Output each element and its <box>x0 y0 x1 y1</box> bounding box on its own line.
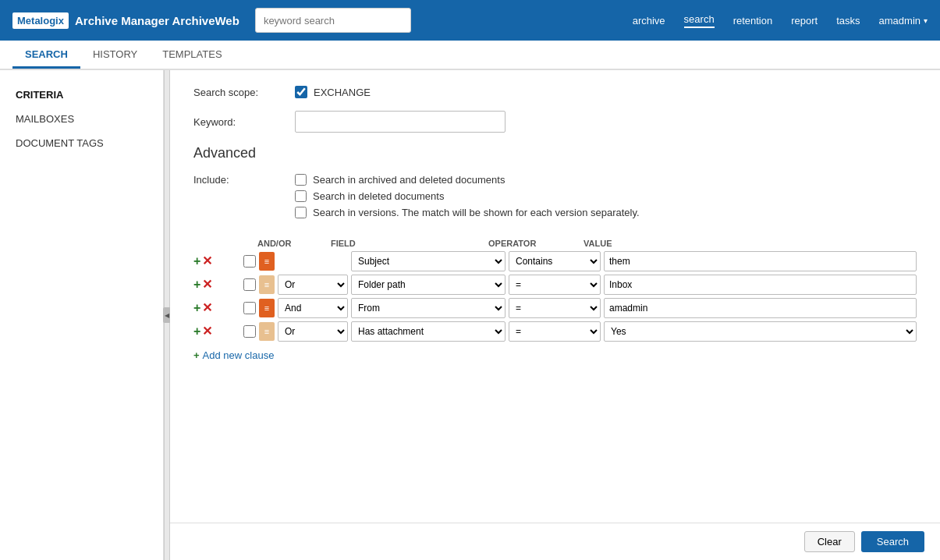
sidebar: CRITERIA MAILBOXES DOCUMENT TAGS <box>0 70 164 560</box>
include-archived-deleted-label: Search in archived and deleted documents <box>313 174 505 186</box>
clause-3-field-select[interactable]: From Subject Folder path Has attachment <box>351 298 505 318</box>
clause-4-operator-select[interactable]: = != <box>509 321 601 342</box>
clause-row-3: + ✕ ≡ And Or From Subject Folder path Ha… <box>193 298 917 318</box>
sidebar-item-document-tags[interactable]: DOCUMENT TAGS <box>0 131 163 155</box>
tab-search[interactable]: SEARCH <box>12 42 80 69</box>
search-scope-label: Search scope: <box>193 87 295 98</box>
chevron-down-icon: ▾ <box>924 16 928 25</box>
top-nav: Metalogix Archive Manager ArchiveWeb arc… <box>0 0 940 41</box>
clause-2-checkbox[interactable] <box>243 278 256 291</box>
add-clause-label: Add new clause <box>203 349 275 361</box>
clause-4-remove-button[interactable]: ✕ <box>202 325 212 338</box>
clause-4-andor-select[interactable]: Or And <box>278 321 348 342</box>
search-scope-row: Search scope: EXCHANGE <box>193 86 917 98</box>
nav-tasks[interactable]: tasks <box>836 15 860 27</box>
clause-3-drag-handle[interactable]: ≡ <box>259 299 275 317</box>
clause-3-andor-select[interactable]: And Or <box>278 298 348 318</box>
clear-button[interactable]: Clear <box>804 531 855 552</box>
brand: Metalogix Archive Manager ArchiveWeb <box>12 12 239 29</box>
search-button[interactable]: Search <box>861 531 924 552</box>
nav-amadmin[interactable]: amadmin ▾ <box>879 15 928 27</box>
operator-header: OPERATOR <box>488 239 580 248</box>
include-archived-deleted-row: Search in archived and deleted documents <box>295 174 640 186</box>
clause-1-operator-select[interactable]: Contains = != <box>509 251 601 271</box>
value-header: VALUE <box>584 239 612 248</box>
clause-section: AND/OR FIELD OPERATOR VALUE + ✕ ≡ Subjec… <box>193 239 917 361</box>
sidebar-resize-handle[interactable]: ◀ <box>164 70 170 560</box>
andor-header: AND/OR <box>257 239 328 248</box>
clause-3-actions: + ✕ <box>193 302 240 314</box>
clause-3-checkbox[interactable] <box>243 302 256 314</box>
include-deleted-label: Search in deleted documents <box>313 190 444 202</box>
clause-4-field-select[interactable]: Has attachment Subject Folder path From <box>351 321 505 342</box>
sub-nav: SEARCH HISTORY TEMPLATES <box>0 41 940 70</box>
clause-2-andor-select[interactable]: Or And <box>278 275 348 295</box>
nav-archive[interactable]: archive <box>633 15 665 27</box>
clause-4-value-select[interactable]: Yes No <box>604 321 917 342</box>
brand-logo: Metalogix <box>12 12 69 29</box>
clause-2-actions: + ✕ <box>193 278 240 291</box>
clause-1-value-input[interactable] <box>604 251 917 271</box>
clause-4-actions: + ✕ <box>193 325 240 338</box>
clause-header-row: AND/OR FIELD OPERATOR VALUE <box>257 239 917 248</box>
app-name: Archive Manager ArchiveWeb <box>75 14 239 27</box>
exchange-label: EXCHANGE <box>314 87 371 98</box>
admin-label: amadmin <box>879 15 920 27</box>
nav-links: archive search retention report tasks am… <box>633 13 928 28</box>
nav-search[interactable]: search <box>684 13 715 28</box>
clause-4-drag-handle[interactable]: ≡ <box>259 322 275 341</box>
advanced-title: Advanced <box>193 145 917 161</box>
clause-2-value-input[interactable] <box>604 275 917 295</box>
sidebar-item-mailboxes[interactable]: MAILBOXES <box>0 107 163 131</box>
add-clause-plus-icon: + <box>193 349 200 361</box>
include-label: Include: <box>193 174 295 186</box>
content-area: Search scope: EXCHANGE Keyword: Advanced… <box>170 70 940 560</box>
keyword-row: Keyword: <box>193 111 917 133</box>
clause-1-actions: + ✕ <box>193 255 240 268</box>
tab-history[interactable]: HISTORY <box>80 42 150 69</box>
scope-options: EXCHANGE <box>295 86 371 98</box>
include-deleted-checkbox[interactable] <box>295 190 307 202</box>
clause-3-operator-select[interactable]: = != Contains <box>509 298 601 318</box>
clause-4-add-button[interactable]: + <box>193 325 200 338</box>
include-options: Search in archived and deleted documents… <box>295 174 640 223</box>
nav-report[interactable]: report <box>791 15 818 27</box>
clause-1-remove-button[interactable]: ✕ <box>202 255 212 268</box>
nav-retention[interactable]: retention <box>733 15 773 27</box>
keyword-input[interactable] <box>295 111 505 133</box>
clause-2-remove-button[interactable]: ✕ <box>202 278 212 291</box>
exchange-checkbox[interactable] <box>295 86 307 98</box>
main-layout: CRITERIA MAILBOXES DOCUMENT TAGS ◀ Searc… <box>0 70 940 560</box>
bottom-bar: Clear Search <box>170 523 940 560</box>
include-versions-row: Search in versions. The match will be sh… <box>295 207 640 218</box>
include-versions-label: Search in versions. The match will be sh… <box>313 207 640 218</box>
clause-1-drag-handle[interactable]: ≡ <box>259 252 275 271</box>
clause-row-1: + ✕ ≡ Subject Folder path From Has attac… <box>193 251 917 271</box>
global-keyword-search[interactable] <box>255 8 411 33</box>
clause-2-operator-select[interactable]: = != Contains <box>509 275 601 295</box>
tab-templates[interactable]: TEMPLATES <box>150 42 234 69</box>
clause-2-add-button[interactable]: + <box>193 278 200 291</box>
clause-3-remove-button[interactable]: ✕ <box>202 302 212 314</box>
include-deleted-row: Search in deleted documents <box>295 190 640 202</box>
clause-2-drag-handle[interactable]: ≡ <box>259 275 275 294</box>
clause-3-value-input[interactable] <box>604 298 917 318</box>
clause-row-2: + ✕ ≡ Or And Folder path Subject From Ha… <box>193 275 917 295</box>
add-clause-link[interactable]: + Add new clause <box>193 349 917 361</box>
keyword-label: Keyword: <box>193 116 295 128</box>
clause-1-add-button[interactable]: + <box>193 255 200 268</box>
clause-3-add-button[interactable]: + <box>193 302 200 314</box>
clause-1-field-select[interactable]: Subject Folder path From Has attachment <box>351 251 505 271</box>
include-versions-checkbox[interactable] <box>295 207 307 218</box>
sidebar-item-criteria[interactable]: CRITERIA <box>0 83 163 107</box>
field-header: FIELD <box>331 239 485 248</box>
include-archived-deleted-checkbox[interactable] <box>295 174 307 186</box>
include-row: Include: Search in archived and deleted … <box>193 174 917 223</box>
clause-4-checkbox[interactable] <box>243 325 256 338</box>
clause-1-checkbox[interactable] <box>243 255 256 268</box>
clause-2-field-select[interactable]: Folder path Subject From Has attachment <box>351 275 505 295</box>
clause-row-4: + ✕ ≡ Or And Has attachment Subject Fold… <box>193 321 917 342</box>
